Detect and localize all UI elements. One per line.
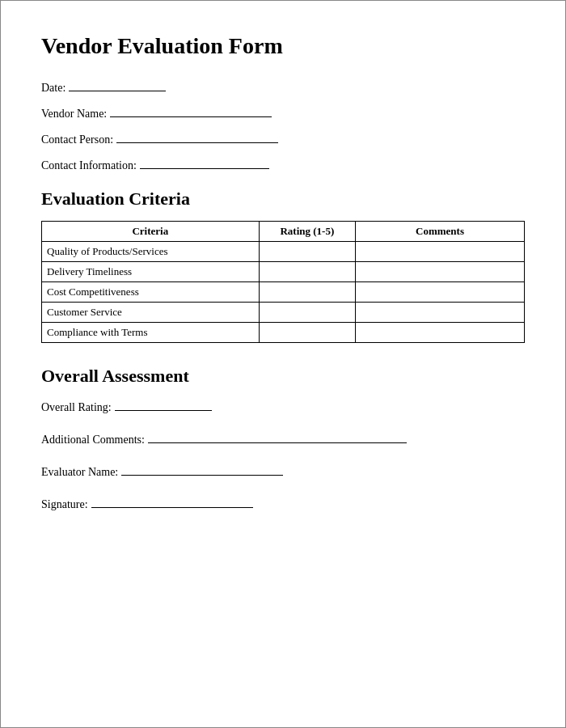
evaluator-name-label: Evaluator Name:: [41, 466, 118, 479]
form-title: Vendor Evaluation Form: [41, 33, 525, 59]
header-fields: Date: Vendor Name: Contact Person: Conta…: [41, 78, 525, 172]
vendor-name-input[interactable]: [110, 104, 272, 117]
contact-person-label: Contact Person:: [41, 133, 113, 146]
col-header-comments: Comments: [356, 222, 525, 242]
contact-info-row: Contact Information:: [41, 156, 525, 172]
criteria-quality: Quality of Products/Services: [42, 242, 260, 262]
table-row: Customer Service: [42, 303, 525, 323]
criteria-delivery: Delivery Timeliness: [42, 262, 260, 282]
table-header-row: Criteria Rating (1-5) Comments: [42, 222, 525, 242]
date-input[interactable]: [69, 78, 166, 91]
comments-delivery[interactable]: [356, 262, 525, 282]
contact-person-row: Contact Person:: [41, 130, 525, 146]
criteria-cost: Cost Competitiveness: [42, 282, 260, 303]
criteria-compliance: Compliance with Terms: [42, 323, 260, 343]
rating-customer-service[interactable]: [259, 303, 355, 323]
rating-cost[interactable]: [259, 282, 355, 303]
comments-quality[interactable]: [356, 242, 525, 262]
overall-section: Overall Rating: Additional Comments: Eva…: [41, 398, 525, 511]
rating-compliance[interactable]: [259, 323, 355, 343]
table-row: Cost Competitiveness: [42, 282, 525, 303]
additional-comments-row: Additional Comments:: [41, 430, 525, 447]
rating-quality[interactable]: [259, 242, 355, 262]
col-header-criteria: Criteria: [42, 222, 260, 242]
overall-rating-input[interactable]: [115, 398, 212, 411]
evaluator-name-row: Evaluator Name:: [41, 463, 525, 479]
comments-compliance[interactable]: [356, 323, 525, 343]
vendor-name-row: Vendor Name:: [41, 104, 525, 121]
evaluator-name-input[interactable]: [121, 463, 283, 476]
criteria-customer-service: Customer Service: [42, 303, 260, 323]
table-row: Quality of Products/Services: [42, 242, 525, 262]
signature-row: Signature:: [41, 495, 525, 511]
vendor-name-label: Vendor Name:: [41, 108, 107, 121]
form-page: Vendor Evaluation Form Date: Vendor Name…: [0, 0, 566, 728]
signature-input[interactable]: [91, 495, 253, 508]
contact-info-input[interactable]: [140, 156, 269, 169]
date-row: Date:: [41, 78, 525, 95]
signature-label: Signature:: [41, 498, 88, 511]
table-row: Compliance with Terms: [42, 323, 525, 343]
eval-table: Criteria Rating (1-5) Comments Quality o…: [41, 221, 525, 343]
comments-customer-service[interactable]: [356, 303, 525, 323]
comments-cost[interactable]: [356, 282, 525, 303]
overall-rating-row: Overall Rating:: [41, 398, 525, 414]
eval-section-title: Evaluation Criteria: [41, 188, 525, 210]
additional-comments-input[interactable]: [148, 430, 407, 443]
contact-person-input[interactable]: [116, 130, 278, 143]
contact-info-label: Contact Information:: [41, 159, 137, 172]
additional-comments-label: Additional Comments:: [41, 434, 145, 447]
date-label: Date:: [41, 82, 65, 95]
overall-rating-label: Overall Rating:: [41, 401, 112, 414]
rating-delivery[interactable]: [259, 262, 355, 282]
col-header-rating: Rating (1-5): [259, 222, 355, 242]
table-row: Delivery Timeliness: [42, 262, 525, 282]
overall-section-title: Overall Assessment: [41, 366, 525, 387]
